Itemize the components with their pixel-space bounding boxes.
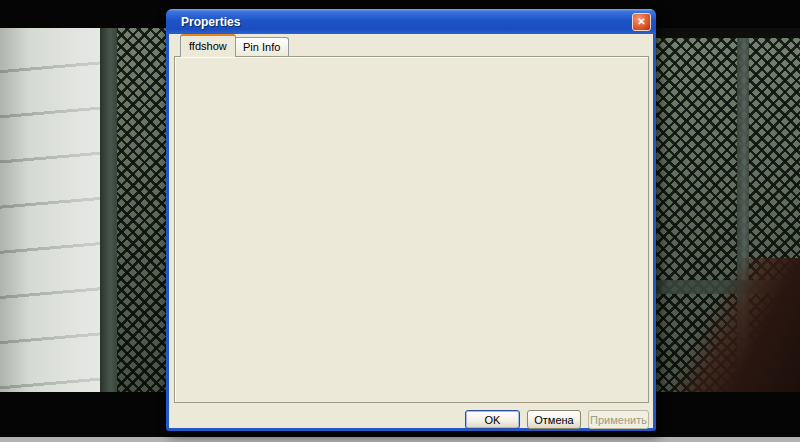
dialog-client-area: ffdshow Pin Info CodecsDirectShow contro… — [169, 34, 653, 428]
titlebar[interactable]: Properties ✕ — [166, 9, 656, 34]
close-button[interactable]: ✕ — [632, 13, 651, 31]
tab-pin-info[interactable]: Pin Info — [234, 37, 289, 57]
screen-door-mesh-left — [117, 28, 172, 392]
tab-ffdshow[interactable]: ffdshow — [180, 34, 236, 57]
apply-label: Применить — [590, 414, 647, 426]
apply-button: Применить — [588, 410, 649, 429]
ok-button[interactable]: OK — [465, 410, 520, 429]
screen: Properties ✕ ffdshow Pin Info CodecsDire… — [0, 0, 800, 442]
person-hair — [656, 258, 800, 392]
player-bottom-edge — [0, 437, 800, 442]
close-icon: ✕ — [637, 16, 645, 27]
door-frame-post — [100, 28, 117, 392]
properties-window: Properties ✕ ffdshow Pin Info CodecsDire… — [166, 9, 656, 431]
window-title: Properties — [181, 15, 240, 29]
tab-ffdshow-label: ffdshow — [189, 40, 227, 52]
cancel-label: Отмена — [534, 414, 573, 426]
house-siding-wall — [0, 28, 100, 392]
tab-page — [174, 56, 649, 403]
ok-label: OK — [485, 414, 501, 426]
tab-pin-info-label: Pin Info — [243, 41, 280, 53]
cancel-button[interactable]: Отмена — [527, 410, 581, 429]
